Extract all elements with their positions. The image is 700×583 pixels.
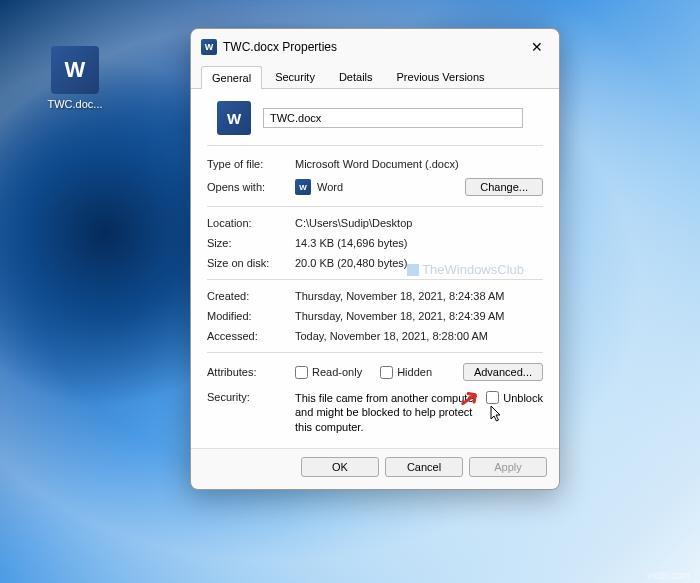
dialog-footer: OK Cancel Apply <box>191 448 559 489</box>
tab-details[interactable]: Details <box>328 65 384 88</box>
tab-security[interactable]: Security <box>264 65 326 88</box>
hidden-checkbox[interactable] <box>380 366 393 379</box>
size-value: 14.3 KB (14,696 bytes) <box>295 237 543 249</box>
hidden-checkbox-group[interactable]: Hidden <box>380 366 432 379</box>
size-on-disk-label: Size on disk: <box>207 257 295 269</box>
apply-button[interactable]: Apply <box>469 457 547 477</box>
hidden-label: Hidden <box>397 366 432 378</box>
size-on-disk-value: 20.0 KB (20,480 bytes) <box>295 257 543 269</box>
window-title: TWC.docx Properties <box>223 40 525 54</box>
close-button[interactable]: ✕ <box>525 37 549 57</box>
accessed-value: Today, November 18, 2021, 8:28:00 AM <box>295 330 543 342</box>
desktop-file-label: TWC.doc... <box>40 98 110 110</box>
location-value: C:\Users\Sudip\Desktop <box>295 217 543 229</box>
tab-previous-versions[interactable]: Previous Versions <box>386 65 496 88</box>
source-label: vxdn.com <box>647 570 690 581</box>
modified-value: Thursday, November 18, 2021, 8:24:39 AM <box>295 310 543 322</box>
tab-content: W Type of file: Microsoft Word Document … <box>191 89 559 448</box>
advanced-button[interactable]: Advanced... <box>463 363 543 381</box>
created-label: Created: <box>207 290 295 302</box>
properties-dialog: W TWC.docx Properties ✕ General Security… <box>190 28 560 490</box>
word-icon: W <box>51 46 99 94</box>
attributes-label: Attributes: <box>207 366 295 378</box>
titlebar[interactable]: W TWC.docx Properties ✕ <box>191 29 559 61</box>
location-label: Location: <box>207 217 295 229</box>
unblock-checkbox-group[interactable]: Unblock ➜ <box>486 391 543 404</box>
tab-strip: General Security Details Previous Versio… <box>191 61 559 89</box>
type-value: Microsoft Word Document (.docx) <box>295 158 543 170</box>
size-label: Size: <box>207 237 295 249</box>
word-icon: W <box>201 39 217 55</box>
opens-with-label: Opens with: <box>207 181 295 193</box>
readonly-checkbox-group[interactable]: Read-only <box>295 366 362 379</box>
type-label: Type of file: <box>207 158 295 170</box>
cursor-icon <box>490 405 504 426</box>
unblock-checkbox[interactable] <box>486 391 499 404</box>
security-label: Security: <box>207 391 295 403</box>
desktop-file-icon[interactable]: W TWC.doc... <box>40 46 110 110</box>
word-icon: W <box>217 101 251 135</box>
opens-with-value: Word <box>317 181 343 193</box>
created-value: Thursday, November 18, 2021, 8:24:38 AM <box>295 290 543 302</box>
change-button[interactable]: Change... <box>465 178 543 196</box>
word-icon: W <box>295 179 311 195</box>
tab-general[interactable]: General <box>201 66 262 89</box>
unblock-label: Unblock <box>503 392 543 404</box>
accessed-label: Accessed: <box>207 330 295 342</box>
readonly-checkbox[interactable] <box>295 366 308 379</box>
modified-label: Modified: <box>207 310 295 322</box>
readonly-label: Read-only <box>312 366 362 378</box>
security-text: This file came from another computer and… <box>295 391 486 434</box>
filename-input[interactable] <box>263 108 523 128</box>
ok-button[interactable]: OK <box>301 457 379 477</box>
cancel-button[interactable]: Cancel <box>385 457 463 477</box>
